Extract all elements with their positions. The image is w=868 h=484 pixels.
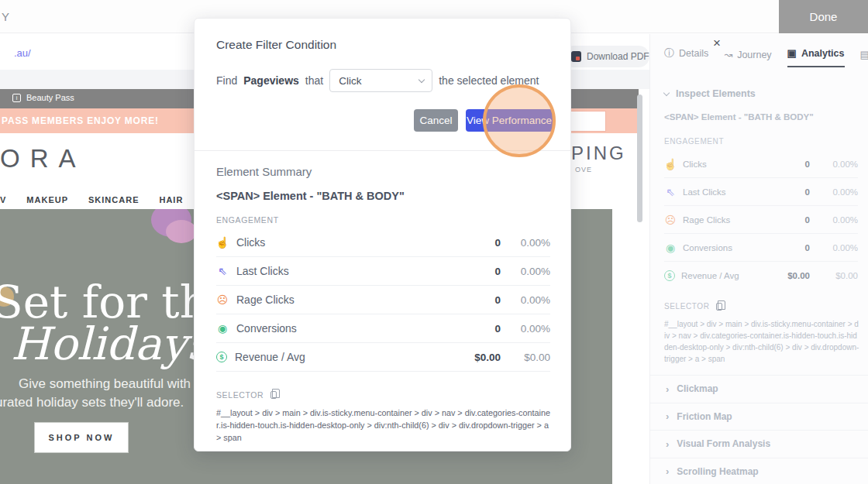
section-friction-map[interactable]: › Friction Map	[650, 403, 868, 431]
page-scrollbar[interactable]	[637, 94, 642, 222]
rage-click-icon: ☹	[664, 214, 677, 226]
download-pdf-button[interactable]: Download PDF	[563, 46, 649, 67]
done-button[interactable]: Done	[779, 0, 868, 33]
nav-item-skincare[interactable]: SKINCARE	[88, 195, 139, 204]
tab-details[interactable]: ⓘ Details	[664, 46, 708, 67]
section-scrolling-heatmap[interactable]: › Scrolling Heatmap	[650, 458, 868, 484]
metric-value: 0	[457, 266, 501, 277]
modal-metrics-list: ☝Clicks 0 0.00% ⇖Last Clicks 0 0.00% ☹Ra…	[216, 228, 550, 372]
metric-value: 0	[457, 294, 501, 306]
metric-percent: 0.00%	[810, 187, 858, 197]
metric-percent: 0.00%	[501, 323, 550, 335]
metric-row-revenue: $Revenue / Avg $0.00 $0.00	[216, 343, 550, 372]
nav-item-hair[interactable]: HAIR	[159, 195, 183, 204]
tab-notes[interactable]: ▤ Notes	[860, 49, 868, 67]
metric-label: Clicks	[236, 236, 265, 249]
section-label: Friction Map	[677, 411, 732, 422]
metric-label: Rage Clicks	[236, 293, 294, 306]
metric-percent: 0.00%	[501, 294, 550, 306]
metric-label: Revenue / Avg	[235, 351, 305, 363]
click-icon: ☝	[216, 236, 229, 249]
toolbar-partial-text: Y	[2, 10, 9, 23]
panel-metric-row-revenue: $Revenue / Avg $0.00 $0.00	[664, 262, 858, 290]
chevron-right-icon: ›	[666, 465, 669, 477]
page-url-link[interactable]: .au/	[14, 47, 31, 59]
copy-icon[interactable]	[270, 391, 277, 399]
metric-label: Last Clicks	[683, 187, 726, 197]
modal-button-row: Cancel View Performance	[195, 109, 572, 132]
panel-metric-row-last-clicks: ⇖Last Clicks 0 0.00%	[664, 178, 858, 206]
macaron-decoration	[166, 220, 197, 243]
panel-selector-path: #__layout > div > main > div.is-sticky.m…	[664, 318, 859, 365]
hero-title-line2: Holidays	[11, 318, 210, 370]
section-visual-form-analysis[interactable]: › Visual Form Analysis	[650, 430, 868, 458]
element-summary-title: Element Summary	[216, 165, 312, 178]
find-prefix: Find	[216, 74, 237, 87]
metric-value: 0	[457, 323, 501, 335]
metric-row-clicks: ☝Clicks 0 0.00%	[216, 228, 550, 257]
panel-tabs: ⓘ Details ↝ Journey ▣ Analytics ▤ Notes	[664, 46, 868, 67]
info-icon: ⓘ	[664, 46, 674, 60]
panel-metrics-list: ☝Clicks 0 0.00% ⇖Last Clicks 0 0.00% ☹Ra…	[664, 150, 858, 290]
page-right-gutter	[612, 209, 649, 484]
metric-row-conversions: ◉Conversions 0 0.00%	[216, 314, 550, 343]
tab-analytics-label: Analytics	[801, 48, 845, 59]
rage-click-icon: ☹	[216, 293, 229, 306]
section-clickmap[interactable]: › Clickmap	[650, 375, 868, 403]
selector-label: SELECTOR	[664, 302, 710, 311]
hero-subtitle-line1: Give something beautiful with	[19, 376, 191, 392]
metric-value: 0	[770, 243, 810, 252]
selector-label: SELECTOR	[216, 390, 264, 400]
find-entity: Pageviews	[243, 74, 299, 87]
pdf-icon	[571, 51, 581, 62]
nav-item-partial[interactable]: V	[0, 195, 6, 204]
section-label: Visual Form Analysis	[677, 438, 770, 449]
cancel-button[interactable]: Cancel	[414, 109, 458, 132]
metric-label: Conversions	[683, 243, 732, 252]
modal-engagement-label: ENGAGEMENT	[216, 215, 279, 225]
sephora-logo-partial[interactable]: ORA	[0, 144, 86, 173]
analytics-icon: ▣	[787, 47, 797, 59]
metric-value: 0	[770, 160, 810, 169]
metric-percent: $0.00	[810, 271, 858, 280]
shop-now-button[interactable]: SHOP NOW	[34, 422, 129, 453]
view-performance-button[interactable]: View Performance	[466, 109, 553, 132]
inspect-elements-header[interactable]: Inspect Elements	[664, 88, 756, 99]
close-icon[interactable]: ×	[713, 36, 721, 51]
conversion-icon: ◉	[664, 242, 677, 254]
chevron-down-icon	[663, 89, 670, 95]
find-suffix: the selected element	[439, 74, 539, 87]
modal-divider	[195, 150, 572, 151]
metric-percent: 0.00%	[501, 237, 550, 249]
copy-icon[interactable]	[716, 303, 722, 311]
tab-journey-label: Journey	[737, 50, 771, 60]
create-filter-condition-modal: Create Filter Condition × Find Pageviews…	[194, 18, 571, 451]
chevron-right-icon: ›	[666, 383, 669, 395]
panel-element-name: <SPAN> Element - "BATH & BODY"	[664, 112, 814, 122]
journey-icon: ↝	[724, 49, 732, 60]
nav-item-makeup[interactable]: MAKEUP	[26, 195, 68, 204]
beauty-pass-card-icon: i	[12, 94, 21, 102]
last-click-icon: ⇖	[216, 265, 229, 277]
beauty-pass-label: Beauty Pass	[26, 93, 74, 102]
condition-dropdown-value: Click	[339, 75, 361, 87]
tab-journey[interactable]: ↝ Journey	[724, 49, 771, 67]
condition-dropdown[interactable]: Click	[329, 69, 432, 92]
analytics-side-panel: ⓘ Details ↝ Journey ▣ Analytics ▤ Notes …	[649, 34, 868, 484]
modal-selector-path: #__layout > div > main > div.is-sticky.m…	[216, 407, 554, 444]
last-click-icon: ⇖	[664, 186, 677, 198]
metric-row-rage-clicks: ☹Rage Clicks 0 0.00%	[216, 286, 550, 314]
conversion-icon: ◉	[216, 322, 229, 335]
tab-analytics[interactable]: ▣ Analytics	[787, 47, 845, 67]
filter-condition-row: Find Pageviews that Click the selected e…	[216, 69, 539, 92]
chevron-right-icon: ›	[666, 410, 669, 422]
panel-metric-row-clicks: ☝Clicks 0 0.00%	[664, 150, 858, 178]
tab-details-label: Details	[679, 48, 708, 59]
metric-label: Conversions	[236, 322, 297, 335]
notes-icon: ▤	[860, 49, 868, 60]
metric-value: 0	[457, 237, 501, 249]
free-shipping-sub-partial: OVE	[575, 166, 592, 173]
beauty-pass-link[interactable]: i Beauty Pass	[12, 93, 74, 102]
metric-value: $0.00	[457, 352, 501, 363]
metric-percent: 0.00%	[501, 266, 550, 277]
